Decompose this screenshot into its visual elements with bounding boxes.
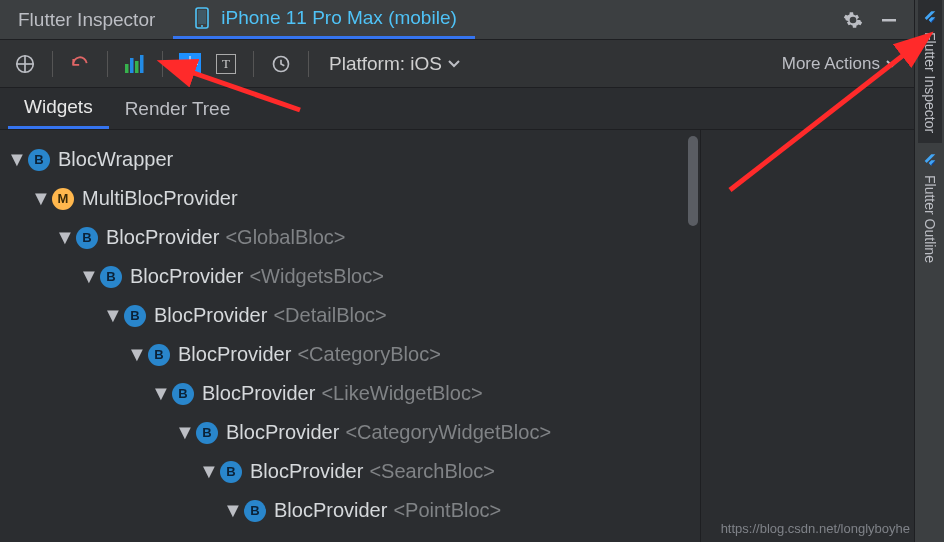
widget-badge: M [52,188,74,210]
tab-device[interactable]: iPhone 11 Pro Max (mobile) [173,0,475,39]
content-split: ▼BBlocWrapper▼MMultiBlocProvider▼BBlocPr… [0,130,914,542]
widget-badge: B [124,305,146,327]
select-widget-button[interactable] [10,49,40,79]
tree-row[interactable]: ▼BBlocProvider<PointBloc> [4,491,700,530]
widget-name: BlocProvider [178,343,291,366]
expand-icon[interactable]: ▼ [8,148,26,171]
expand-icon[interactable]: ▼ [224,499,242,522]
widget-subtype: <GlobalBloc> [225,226,345,249]
rail-label: Flutter Outline [922,175,938,263]
expand-icon[interactable]: ▼ [152,382,170,405]
tree-row[interactable]: ▼BBlocProvider<CategoryWidgetBloc> [4,413,700,452]
widget-subtype: <WidgetsBloc> [249,265,384,288]
more-actions-button[interactable]: More Actions [782,54,904,74]
rail-flutter-outline[interactable]: Flutter Outline [918,143,942,273]
inspector-toolbar: T Platform: iOS More Actions [0,40,914,88]
tab-label: Widgets [24,96,93,118]
top-tab-strip: Flutter Inspector iPhone 11 Pro Max (mob… [0,0,914,40]
slow-animations-button[interactable] [266,49,296,79]
widget-badge: B [244,500,266,522]
widget-name: BlocProvider [274,499,387,522]
chevron-down-icon [886,60,898,68]
rail-flutter-inspector[interactable]: Flutter Inspector [918,0,942,143]
widget-name: BlocWrapper [58,148,173,171]
detail-pane [700,130,914,542]
platform-selector[interactable]: Platform: iOS [321,53,468,75]
widget-badge: B [196,422,218,444]
tab-render-tree[interactable]: Render Tree [109,88,247,129]
tree-row[interactable]: ▼BBlocProvider<DetailBloc> [4,296,700,335]
tab-label: Flutter Inspector [18,9,155,31]
expand-icon[interactable]: ▼ [128,343,146,366]
separator [52,51,53,77]
refresh-button[interactable] [65,49,95,79]
svg-point-2 [201,25,203,27]
expand-icon[interactable]: ▼ [200,460,218,483]
tree-row[interactable]: ▼BBlocProvider<WidgetsBloc> [4,257,700,296]
inspector-sub-tabs: Widgets Render Tree [0,88,914,130]
debug-paint-button[interactable] [175,49,205,79]
separator [162,51,163,77]
platform-label: Platform: iOS [329,53,442,75]
text-icon: T [216,54,236,74]
widget-tree[interactable]: ▼BBlocWrapper▼MMultiBlocProvider▼BBlocPr… [0,130,700,542]
tab-label: Render Tree [125,98,231,120]
widget-badge: B [220,461,242,483]
performance-overlay-button[interactable] [120,49,150,79]
tree-row[interactable]: ▼MMultiBlocProvider [4,179,700,218]
gear-icon[interactable] [842,9,864,31]
widget-subtype: <CategoryBloc> [297,343,440,366]
minimize-icon[interactable] [878,9,900,31]
widget-badge: B [28,149,50,171]
chevron-down-icon [448,60,460,68]
widget-name: BlocProvider [202,382,315,405]
widget-subtype: <CategoryWidgetBloc> [345,421,551,444]
tree-row[interactable]: ▼BBlocProvider<LikeWidgetBloc> [4,374,700,413]
widget-badge: B [172,383,194,405]
widget-name: BlocProvider [154,304,267,327]
paint-baselines-button[interactable]: T [211,49,241,79]
flutter-icon [922,153,938,169]
svg-rect-1 [198,10,206,24]
phone-icon [191,7,213,29]
tree-row[interactable]: ▼BBlocProvider<CategoryBloc> [4,335,700,374]
widget-subtype: <DetailBloc> [273,304,386,327]
tree-row[interactable]: ▼BBlocProvider<GlobalBloc> [4,218,700,257]
widget-subtype: <LikeWidgetBloc> [321,382,482,405]
flutter-icon [922,10,938,26]
tab-flutter-inspector[interactable]: Flutter Inspector [0,0,173,39]
scrollbar-thumb[interactable] [688,136,698,226]
separator [253,51,254,77]
expand-icon[interactable]: ▼ [176,421,194,444]
widget-subtype: <PointBloc> [393,499,501,522]
rail-label: Flutter Inspector [922,32,938,133]
widget-name: MultiBlocProvider [82,187,238,210]
watermark: https://blog.csdn.net/longlyboyhe [721,521,910,536]
svg-rect-7 [125,64,129,73]
debug-paint-icon [179,53,201,75]
widget-badge: B [76,227,98,249]
more-actions-label: More Actions [782,54,880,74]
tree-row[interactable]: ▼BBlocProvider<SearchBloc> [4,452,700,491]
svg-rect-3 [882,19,896,22]
tab-widgets[interactable]: Widgets [8,88,109,129]
widget-badge: B [148,344,170,366]
widget-name: BlocProvider [130,265,243,288]
widget-subtype: <SearchBloc> [369,460,495,483]
expand-icon[interactable]: ▼ [104,304,122,327]
expand-icon[interactable]: ▼ [56,226,74,249]
widget-badge: B [100,266,122,288]
widget-name: BlocProvider [226,421,339,444]
widget-name: BlocProvider [250,460,363,483]
tab-label: iPhone 11 Pro Max (mobile) [221,7,457,29]
tree-row[interactable]: ▼BBlocWrapper [4,140,700,179]
svg-rect-10 [140,55,144,73]
separator [107,51,108,77]
expand-icon[interactable]: ▼ [80,265,98,288]
right-tool-rail: Flutter Inspector Flutter Outline [914,0,944,542]
widget-name: BlocProvider [106,226,219,249]
svg-rect-8 [130,58,134,73]
expand-icon[interactable]: ▼ [32,187,50,210]
separator [308,51,309,77]
svg-rect-9 [135,61,139,73]
